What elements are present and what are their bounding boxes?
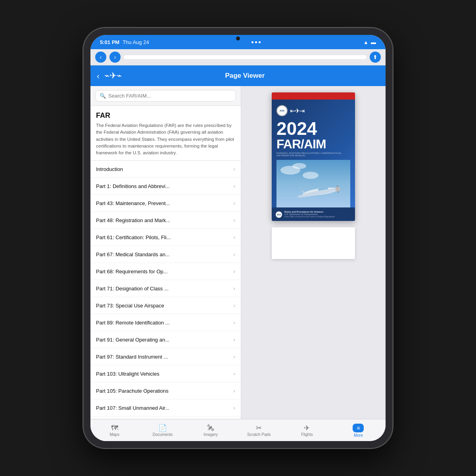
tab-item-imagery[interactable]: 🛰 Imagery	[187, 423, 235, 438]
nav-back-btn[interactable]: ‹	[95, 52, 106, 63]
tab-item-scratch-pads[interactable]: ✂ Scratch Pads	[235, 423, 283, 438]
nav-item-2[interactable]: Part 43: Maintenance, Prevent... ›	[90, 195, 241, 212]
search-input[interactable]	[108, 93, 232, 99]
nav-item-label-3: Part 48: Registration and Mark...	[96, 217, 231, 223]
tab-label-imagery: Imagery	[203, 432, 218, 437]
page-viewer-area: ASA ⇤✈⇥ 2024 FAR/AIM FEDERAL AVIATION RE…	[241, 86, 386, 419]
nav-item-3[interactable]: Part 48: Registration and Mark... ›	[90, 212, 241, 229]
status-date: Thu Aug 24	[123, 39, 149, 45]
nav-chevron-icon-0: ›	[233, 166, 235, 172]
cover-subtitle: FEDERAL AVIATION REGULATIONS / AERONAUTI…	[276, 152, 350, 157]
nav-chevron-icon-10: ›	[233, 336, 235, 343]
tab-label-scratch-pads: Scratch Pads	[247, 432, 271, 437]
far-section-title: FAR	[96, 111, 235, 120]
nav-chevron-icon-14: ›	[233, 405, 235, 411]
asa-wings-icon: ⌁✈⌁	[104, 71, 122, 81]
nav-item-11[interactable]: Part 97: Standard Instrument ... ›	[90, 348, 241, 365]
tab-label-maps: Maps	[109, 432, 119, 437]
tab-bar: 🗺 Maps 📄 Documents 🛰 Imagery ✂ Scratch P…	[90, 419, 386, 441]
nav-item-label-11: Part 97: Standard Instrument ...	[96, 354, 231, 360]
nav-item-8[interactable]: Part 73: Special Use Airspace ›	[90, 297, 241, 314]
chevron-right-icon: ›	[114, 54, 116, 60]
wifi-icon: ▲	[363, 39, 369, 45]
tab-item-maps[interactable]: 🗺 Maps	[90, 423, 138, 438]
chevron-left-icon: ‹	[100, 54, 102, 60]
nav-item-14[interactable]: Part 107: Small Unmanned Air... ›	[90, 399, 241, 416]
search-icon: 🔍	[100, 93, 106, 99]
nav-chevron-icon-5: ›	[233, 251, 235, 257]
main-content: 🔍 FAR The Federal Aviation Regulations (…	[90, 86, 386, 419]
ipad-device: 5:01 PM Thu Aug 24 ▲ ▬ ‹ › ⬆	[83, 28, 393, 448]
nav-item-13[interactable]: Part 105: Parachute Operations ›	[90, 382, 241, 399]
app-header: ‹ ⌁✈⌁ Page Viewer	[90, 65, 386, 86]
url-bar[interactable]	[124, 55, 367, 59]
tab-icon-scratch-pads: ✂	[256, 424, 262, 432]
cover-bottom-text-block: Rules and Procedures for Aviators U.S. D…	[284, 211, 335, 218]
svg-point-2	[297, 187, 341, 199]
nav-item-label-8: Part 73: Special Use Airspace	[96, 303, 231, 309]
nav-item-4[interactable]: Part 61: Certification: Pilots, Fli... ›	[90, 229, 241, 246]
asa-badge-cover: ASA	[276, 105, 288, 116]
camera	[236, 36, 240, 40]
far-section-description: The Federal Aviation Regulations (FAR) a…	[96, 122, 235, 156]
status-icons: ▲ ▬	[363, 39, 376, 45]
cover-title: FAR/AIM	[276, 138, 350, 150]
search-bar-container: 🔍	[90, 86, 241, 106]
back-button[interactable]: ‹	[97, 71, 100, 81]
tab-icon-more: ≡	[353, 424, 364, 432]
nav-item-label-1: Part 1: Definitions and Abbrevi...	[96, 183, 231, 189]
plane-svg	[293, 174, 348, 202]
cover-plane-image	[276, 160, 350, 207]
far-description-block: FAR The Federal Aviation Regulations (FA…	[90, 106, 241, 161]
cover-bottom-line3: From Titles 14 and 49 of the Code of Fed…	[284, 215, 335, 218]
tab-item-more[interactable]: ≡ More	[331, 422, 386, 439]
browser-nav-strip: ‹ › ⬆	[90, 49, 386, 65]
tab-icon-imagery: 🛰	[207, 424, 214, 432]
tab-label-flights: Flights	[301, 432, 313, 437]
nav-item-label-13: Part 105: Parachute Operations	[96, 388, 231, 394]
search-input-wrap[interactable]: 🔍	[95, 90, 236, 102]
cover-year: 2024	[276, 119, 350, 138]
tab-icon-documents: 📄	[158, 424, 167, 432]
nav-item-10[interactable]: Part 91: General Operating an... ›	[90, 331, 241, 348]
nav-item-0[interactable]: Introduction ›	[90, 161, 241, 178]
tab-label-documents: Documents	[153, 432, 173, 437]
share-icon: ⬆	[373, 54, 378, 60]
asa-logo: ⌁✈⌁	[104, 71, 122, 81]
nav-item-7[interactable]: Part 71: Designation of Class ... ›	[90, 280, 241, 297]
nav-item-label-12: Part 103: Ultralight Vehicles	[96, 371, 231, 377]
tab-item-flights[interactable]: ✈ Flights	[283, 423, 331, 438]
status-center-dots	[251, 41, 261, 43]
nav-list: Introduction › Part 1: Definitions and A…	[90, 161, 241, 419]
cover-bottom: ASA Rules and Procedures for Aviators U.…	[272, 207, 355, 221]
nav-item-1[interactable]: Part 1: Definitions and Abbrevi... ›	[90, 178, 241, 195]
nav-item-label-4: Part 61: Certification: Pilots, Fli...	[96, 234, 231, 240]
nav-chevron-icon-11: ›	[233, 353, 235, 360]
tab-item-documents[interactable]: 📄 Documents	[138, 423, 186, 438]
sidebar: 🔍 FAR The Federal Aviation Regulations (…	[90, 86, 241, 419]
nav-chevron-icon-8: ›	[233, 302, 235, 309]
nav-item-label-10: Part 91: General Operating an...	[96, 337, 231, 343]
nav-item-label-2: Part 43: Maintenance, Prevent...	[96, 200, 231, 206]
nav-item-label-7: Part 71: Designation of Class ...	[96, 286, 231, 292]
nav-item-label-14: Part 107: Small Unmanned Air...	[96, 405, 231, 411]
nav-chevron-icon-6: ›	[233, 268, 235, 274]
nav-item-6[interactable]: Part 68: Requirements for Op... ›	[90, 263, 241, 280]
cover-top: ASA ⇤✈⇥ 2024 FAR/AIM FEDERAL AVIATION RE…	[272, 100, 355, 207]
nav-chevron-icon-3: ›	[233, 217, 235, 223]
nav-item-5[interactable]: Part 67: Medical Standards an... ›	[90, 246, 241, 263]
nav-chevron-icon-12: ›	[233, 370, 235, 377]
tab-label-more: More	[354, 433, 363, 438]
nav-item-label-9: Part 89: Remote Identification ...	[96, 320, 231, 326]
nav-item-9[interactable]: Part 89: Remote Identification ... ›	[90, 314, 241, 331]
cover-red-bar	[272, 92, 355, 100]
nav-item-12[interactable]: Part 103: Ultralight Vehicles ›	[90, 365, 241, 382]
nav-item-label-5: Part 67: Medical Standards an...	[96, 251, 231, 257]
nav-share-btn[interactable]: ⬆	[370, 52, 381, 63]
nav-chevron-icon-13: ›	[233, 388, 235, 394]
nav-forward-btn[interactable]: ›	[109, 52, 121, 63]
nav-chevron-icon-2: ›	[233, 200, 235, 206]
nav-item-label-6: Part 68: Requirements for Op...	[96, 269, 231, 274]
status-time: 5:01 PM	[100, 39, 119, 45]
tab-icon-flights: ✈	[304, 424, 310, 432]
